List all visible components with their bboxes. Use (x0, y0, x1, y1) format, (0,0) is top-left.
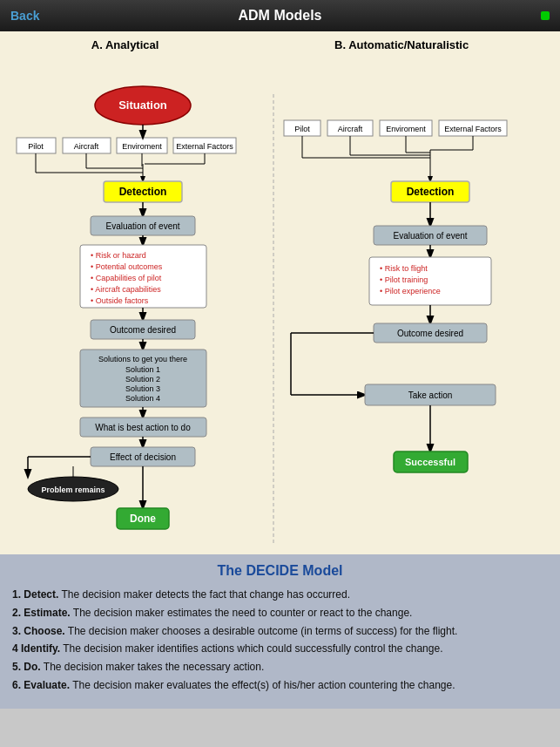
svg-text:Solutions to get you there: Solutions to get you there (98, 355, 187, 363)
col-a-label: A. Analytical (91, 38, 159, 51)
svg-text:Successful: Successful (405, 457, 455, 467)
diagram-svg: Situation Pilot Aircraft Enviroment Exte… (3, 55, 557, 552)
decide-term-3: 3. Choose. (12, 625, 65, 637)
svg-text:Solution 3: Solution 3 (125, 384, 160, 393)
decide-item-2: 2. Estimate. The decision maker estimate… (12, 606, 548, 621)
svg-text:Problem remains: Problem remains (41, 486, 105, 494)
svg-text:Evaluation of event: Evaluation of event (393, 231, 467, 241)
svg-text:Detection: Detection (119, 186, 167, 198)
svg-text:What is best action to do: What is best action to do (95, 423, 191, 432)
decide-text-6: The decision maker evaluates the effect(… (72, 679, 455, 691)
decide-term-6: 6. Evaluate. (12, 679, 70, 691)
decide-term-5: 5. Do. (12, 661, 41, 673)
svg-text:Solution 2: Solution 2 (125, 375, 160, 384)
svg-text:• Pilot training: • Pilot training (380, 275, 428, 284)
back-button[interactable]: Back (10, 9, 39, 23)
svg-text:• Outside factors: • Outside factors (91, 296, 149, 305)
svg-text:• Potential outcomes: • Potential outcomes (91, 262, 163, 271)
decide-item-6: 6. Evaluate. The decision maker evaluate… (12, 678, 548, 693)
svg-text:Aircraft: Aircraft (338, 125, 363, 133)
decide-term-4: 4 Identify. (12, 642, 60, 655)
svg-text:Effect of decision: Effect of decision (110, 452, 176, 462)
decide-text-2: The decision maker estimates the need to… (73, 607, 413, 619)
decide-text-3: The decision maker chooses a desirable o… (68, 625, 458, 637)
decide-text-1: The decision maker detects the fact that… (61, 588, 350, 601)
column-headers: A. Analytical B. Automatic/Naturalistic (3, 38, 557, 51)
diagram-area: A. Analytical B. Automatic/Naturalistic … (0, 31, 560, 554)
svg-text:• Risk to flight: • Risk to flight (380, 264, 428, 273)
svg-text:Pilot: Pilot (294, 125, 310, 133)
decide-title: The DECIDE Model (12, 563, 548, 579)
decide-text-5: The decision maker takes the necessary a… (44, 661, 264, 673)
svg-text:Solution 1: Solution 1 (125, 365, 160, 374)
decide-item-1: 1. Detect. The decision maker detects th… (12, 587, 548, 602)
svg-text:• Aircraft capabilities: • Aircraft capabilities (91, 285, 161, 294)
svg-text:Evaluation of event: Evaluation of event (105, 221, 179, 231)
svg-text:Take action: Take action (408, 390, 453, 400)
svg-text:Done: Done (130, 513, 156, 525)
decide-item-5: 5. Do. The decision maker takes the nece… (12, 660, 548, 675)
header: Back ADM Models (0, 0, 560, 31)
svg-text:• Capabilities of pilot: • Capabilities of pilot (91, 274, 162, 282)
svg-text:Pilot: Pilot (28, 142, 44, 151)
col-b-label: B. Automatic/Naturalistic (334, 38, 469, 51)
decide-section: The DECIDE Model 1. Detect. The decision… (0, 554, 560, 709)
decide-term-1: 1. Detect. (12, 588, 58, 601)
svg-text:• Risk or hazard: • Risk or hazard (91, 251, 146, 260)
decide-term-2: 2. Estimate. (12, 607, 71, 619)
svg-text:Situation: Situation (118, 98, 167, 112)
svg-text:Enviroment: Enviroment (386, 125, 426, 133)
decide-text-4: The decision maker identifies actions wh… (63, 642, 442, 655)
svg-text:External Factors: External Factors (444, 125, 502, 133)
svg-text:Detection: Detection (407, 186, 455, 198)
page-title: ADM Models (239, 8, 322, 24)
decide-item-3: 3. Choose. The decision maker chooses a … (12, 624, 548, 639)
svg-text:Aircraft: Aircraft (74, 142, 99, 151)
svg-text:External Factors: External Factors (176, 142, 233, 151)
svg-text:Solution 4: Solution 4 (125, 394, 160, 403)
decide-item-4: 4 Identify. The decision maker identifie… (12, 642, 548, 656)
svg-text:Outcome desired: Outcome desired (397, 329, 463, 338)
svg-text:• Pilot experience: • Pilot experience (380, 287, 441, 295)
svg-text:Enviroment: Enviroment (122, 142, 162, 151)
status-indicator (541, 11, 550, 20)
svg-text:Outcome desired: Outcome desired (110, 325, 176, 335)
